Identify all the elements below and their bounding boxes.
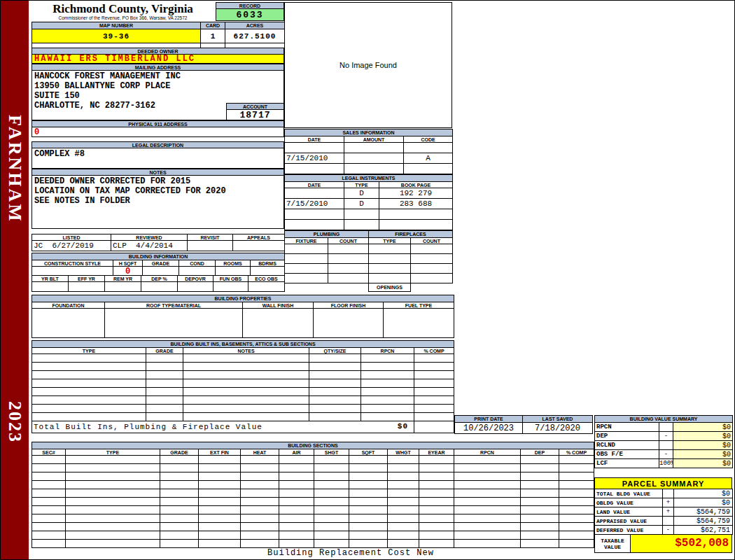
- cell: [285, 264, 328, 274]
- cell: [344, 143, 404, 153]
- cell: $0: [673, 441, 733, 450]
- cell: [521, 540, 559, 548]
- acres-value: 627.5100: [225, 29, 285, 43]
- cell: [279, 498, 314, 506]
- col-eyear: EYEAR: [419, 449, 454, 456]
- built-ins-total-value: $0: [398, 422, 408, 430]
- print-info-values: 10/26/2023 7/18/2020: [455, 423, 593, 434]
- cell: $0: [673, 432, 733, 441]
- mailing-line: HANCOCK FOREST MANAGEMENT INC: [34, 71, 281, 81]
- taxable-value: $502,008: [630, 534, 732, 553]
- cell: [279, 531, 314, 540]
- table-row: JC 6/27/2019CLP 4/4/2014: [32, 241, 285, 251]
- cell: [349, 531, 388, 540]
- col-appeals: APPEALS: [233, 234, 285, 241]
- review-table: LISTED REVIEWED REVISIT APPEALS JC 6/27/…: [31, 234, 285, 251]
- cell: LCF: [595, 459, 659, 468]
- cell: [404, 143, 453, 153]
- fireplaces-col-count: COUNT: [411, 238, 453, 244]
- mailing-address-block: MAILING ADDRESS HANCOCK FOREST MANAGEMEN…: [31, 64, 284, 120]
- cell: [521, 456, 559, 464]
- map-number-value: 39-36: [32, 29, 201, 43]
- cell: [32, 405, 146, 413]
- col-rpcn: RPCN: [454, 449, 521, 456]
- cell: [66, 498, 160, 506]
- cell: [241, 481, 279, 489]
- building-sections-rows: [32, 456, 594, 548]
- cell: [414, 371, 454, 379]
- empty-row: [285, 274, 453, 284]
- cell: [241, 498, 279, 506]
- legal-col-bookpage: BOOK PAGE: [379, 182, 453, 188]
- cell: [66, 472, 160, 481]
- empty-row: [32, 309, 454, 338]
- cell: [309, 413, 361, 421]
- cell: [160, 472, 199, 481]
- col-rem-yr: REM YR: [105, 276, 141, 282]
- cell: [146, 363, 183, 371]
- building-year-table: YR BLT EFF YR REM YR DEP % DEPOVR FUN OB…: [31, 275, 285, 292]
- built-ins-total-label: Total Built Ins, Plumbing & Fireplace Va…: [34, 423, 262, 431]
- cell: [314, 472, 349, 481]
- table-row: RPCN$0: [595, 423, 733, 432]
- cell: [419, 514, 454, 523]
- col-grade: GRADE: [146, 348, 183, 354]
- parcel-summary-rows: TOTAL BLDG VALUE$0OBLDG VALUE+$0LAND VAL…: [595, 489, 733, 535]
- cell: [419, 523, 454, 531]
- col-qty-size: QTY/SIZE: [309, 348, 361, 354]
- map-number-label: MAP NUMBER: [32, 22, 201, 29]
- empty-row: [32, 413, 454, 421]
- cell: [411, 274, 453, 284]
- building-sections-title: BUILDING SECTIONS: [32, 442, 594, 449]
- cell: [183, 363, 309, 371]
- account-box: ACCOUNT 18717: [226, 103, 284, 120]
- cell: D: [344, 199, 379, 209]
- col-dep-pct: DEP %: [141, 276, 178, 282]
- cell: [454, 531, 521, 540]
- cell: [66, 464, 160, 472]
- col-depovr: DEPOVR: [178, 276, 214, 282]
- cell: [241, 472, 279, 481]
- cell: [241, 531, 279, 540]
- cell: [454, 506, 521, 514]
- table-row: DEFERRED VALUE-$62,751: [595, 526, 733, 535]
- empty-row: [32, 405, 454, 413]
- cell: [559, 506, 594, 514]
- col-ext-fin: EXT FIN: [199, 449, 241, 456]
- cell: [328, 274, 369, 284]
- table-row: [285, 164, 453, 174]
- legal-instruments-title: LEGAL INSTRUMENTS: [285, 175, 453, 182]
- cell: [361, 371, 414, 379]
- cell: [663, 517, 674, 526]
- empty-row: [285, 264, 453, 274]
- cell: [361, 413, 414, 421]
- cell: [146, 371, 183, 379]
- cell: [285, 254, 328, 264]
- built-ins-table: BUILDING BUILT INS, BASEMENTS, ATTICS & …: [31, 340, 454, 433]
- cell: [32, 413, 146, 421]
- cell: [559, 523, 594, 531]
- record-value: 6033: [216, 8, 284, 21]
- cell: [160, 464, 199, 472]
- empty-row: [32, 464, 594, 472]
- sales-information-table: SALES INFORMATION DATE AMOUNT CODE 7/15/…: [284, 129, 453, 174]
- note-line: SEE NOTES IN FOLDER: [34, 196, 281, 206]
- cell: LAND VALUE: [595, 507, 663, 517]
- cell: [241, 506, 279, 514]
- cell: [32, 379, 146, 388]
- cell: [160, 506, 199, 514]
- cell: [199, 523, 241, 531]
- empty-row: [32, 514, 594, 523]
- cell: [199, 540, 241, 548]
- cell: OBLDG VALUE: [595, 498, 663, 507]
- cell: [559, 464, 594, 472]
- cell: [361, 388, 414, 396]
- cell: [160, 489, 199, 498]
- cell: OBS F/E: [595, 450, 659, 459]
- col-air: AIR: [279, 449, 314, 456]
- cell: [160, 531, 199, 540]
- cell: [314, 481, 349, 489]
- note-line: DEEDED OWNER CORRECTED FOR 2015: [34, 176, 281, 186]
- mailing-line: 13950 BALLANTYNE CORP PLACE: [34, 81, 281, 91]
- sales-col-date: DATE: [285, 136, 344, 143]
